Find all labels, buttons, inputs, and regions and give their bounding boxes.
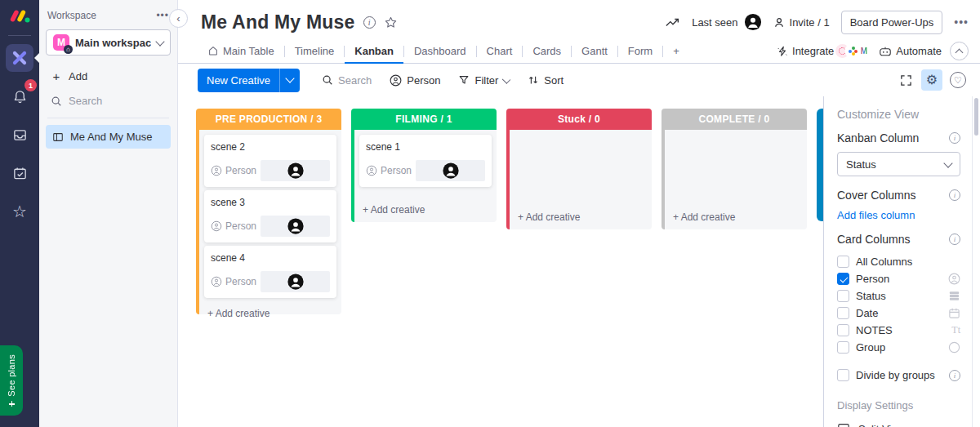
collapse-panel-button[interactable]: ‹ (169, 9, 188, 28)
vertical-scrollbar[interactable] (972, 96, 980, 427)
search-icon (322, 74, 333, 86)
divide-by-groups-checkbox[interactable]: Divide by groups i (837, 367, 960, 384)
see-plans-button[interactable]: See plans (0, 345, 23, 416)
collapse-header-button[interactable] (950, 42, 969, 60)
card-person-field[interactable] (261, 271, 330, 292)
tab-main-table[interactable]: Main Table (198, 40, 284, 64)
card-column-checkbox-date[interactable]: Date (837, 305, 960, 322)
tab-gantt[interactable]: Gantt (572, 40, 617, 64)
last-seen-button[interactable]: Last seen (692, 13, 761, 31)
checkbox-unchecked[interactable] (837, 307, 849, 319)
kanban-card[interactable]: scene 4Person (204, 246, 336, 298)
board-list-item-selected[interactable]: Me And My Muse (46, 125, 171, 149)
card-person-field[interactable] (416, 160, 485, 181)
new-creative-label: New Creative (198, 69, 279, 92)
tab-add-view[interactable]: + (663, 40, 689, 64)
chevron-down-icon (943, 158, 952, 167)
kanban-card[interactable]: scene 1Person (359, 135, 492, 187)
scrollbar-thumb[interactable] (974, 98, 978, 136)
kanban-column-body: + Add creative (662, 130, 807, 229)
inbox-icon[interactable] (6, 121, 33, 149)
workspace-menu-dots[interactable]: ••• (156, 11, 169, 20)
person-icon (366, 165, 377, 176)
board-power-ups-button[interactable]: Board Power-Ups (841, 11, 943, 34)
checkbox-unchecked[interactable] (837, 324, 849, 336)
my-work-calendar-icon[interactable] (6, 159, 33, 187)
checkbox-label: Group (856, 341, 942, 354)
search-button[interactable]: Search (314, 69, 379, 91)
info-icon[interactable]: i (949, 370, 960, 381)
tab-timeline[interactable]: Timeline (285, 40, 345, 64)
kanban-column-select[interactable]: Status (837, 152, 960, 176)
feedback-heart-icon: ♡ (950, 72, 966, 88)
card-column-checkbox-notes[interactable]: NOTESTt (837, 322, 960, 339)
filter-button[interactable]: Filter (451, 69, 517, 91)
card-person-field[interactable] (261, 216, 330, 237)
card-column-checkbox-person[interactable]: Person (837, 270, 960, 287)
card-person-field[interactable] (261, 160, 330, 181)
tab-label: Dashboard (414, 45, 466, 57)
kanban-column-header[interactable]: Stuck / 0 (506, 109, 652, 130)
integrate-button[interactable]: Integrate (777, 45, 834, 57)
checkbox-unchecked[interactable] (837, 341, 849, 354)
checkbox-unchecked[interactable] (837, 290, 849, 302)
sort-button[interactable]: Sort (520, 69, 571, 91)
kanban-board: PRE PRODUCTION / 3scene 2Personscene 3Pe… (178, 96, 823, 427)
checkbox[interactable] (837, 369, 849, 381)
card-column-checkbox-all-columns[interactable]: All Columns (837, 253, 960, 270)
card-person-label: Person (211, 276, 256, 287)
person-filter-button[interactable]: Person (382, 69, 448, 91)
automate-button[interactable]: Automate (879, 45, 942, 57)
activity-icon[interactable] (666, 17, 680, 28)
kanban-card[interactable]: scene 2Person (204, 135, 336, 187)
tab-chart[interactable]: Chart (477, 40, 523, 64)
board-menu-dots[interactable]: ••• (954, 16, 969, 28)
info-icon[interactable]: i (949, 189, 960, 201)
feedback-button[interactable]: ♡ (947, 69, 969, 91)
kanban-column-body: + Add creative (506, 130, 652, 229)
card-column-checkbox-group[interactable]: Group (837, 339, 960, 356)
work-management-product-icon[interactable] (6, 44, 33, 72)
add-creative-button[interactable]: + Add creative (514, 205, 647, 223)
checkbox-checked[interactable] (837, 273, 849, 285)
last-seen-label: Last seen (692, 16, 737, 29)
kanban-column-header[interactable]: COMPLETE / 0 (662, 109, 807, 130)
monday-logo[interactable] (9, 7, 30, 29)
active-product-notch (34, 52, 40, 64)
kanban-column-header[interactable]: FILMING / 1 (351, 109, 497, 130)
fullscreen-button[interactable] (895, 69, 916, 91)
board-title: Me And My Muse (201, 11, 355, 33)
add-creative-button[interactable]: + Add creative (670, 205, 802, 223)
panel-search-button[interactable]: Search (46, 89, 171, 113)
info-icon[interactable]: i (949, 132, 960, 144)
invite-button[interactable]: Invite / 1 (773, 16, 830, 29)
checkbox-label: Person (856, 273, 942, 285)
add-item-button[interactable]: + Add (46, 64, 171, 89)
board-info-icon[interactable]: i (363, 16, 376, 29)
card-title: scene 2 (211, 141, 330, 153)
info-icon[interactable]: i (949, 234, 960, 245)
kanban-column-header[interactable]: PRE PRODUCTION / 3 (196, 109, 341, 130)
new-creative-dropdown[interactable] (279, 69, 300, 92)
overflow-kanban-column[interactable] (817, 109, 823, 221)
notifications-bell-icon[interactable]: 1 (6, 82, 33, 110)
tab-kanban[interactable]: Kanban (345, 40, 403, 64)
tab-label: Kanban (354, 45, 394, 57)
tab-cards[interactable]: Cards (523, 40, 571, 64)
workspace-selector[interactable]: M ⌂ Main workspace (46, 29, 171, 56)
add-creative-button[interactable]: + Add creative (359, 198, 492, 216)
tab-form[interactable]: Form (618, 40, 662, 64)
tab-dashboard[interactable]: Dashboard (404, 40, 476, 64)
sort-label: Sort (544, 74, 564, 87)
card-column-checkbox-status[interactable]: Status (837, 287, 960, 305)
gear-icon: ⚙ (926, 73, 938, 87)
favorites-star-icon[interactable]: ☆ (6, 198, 33, 225)
new-creative-button[interactable]: New Creative (198, 69, 300, 92)
checkbox-unchecked[interactable] (837, 256, 849, 268)
add-files-column-link[interactable]: Add files column (837, 209, 960, 221)
view-settings-gear-button[interactable]: ⚙ (921, 69, 942, 91)
kanban-card[interactable]: scene 3Person (204, 190, 336, 242)
favorite-board-star-icon[interactable] (384, 16, 398, 29)
split-view-button[interactable]: Split View (837, 422, 960, 427)
add-creative-button[interactable]: + Add creative (204, 301, 336, 319)
